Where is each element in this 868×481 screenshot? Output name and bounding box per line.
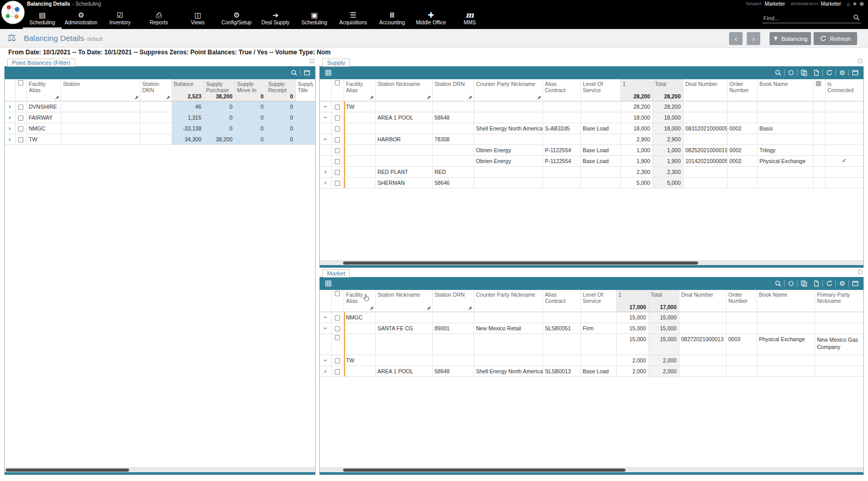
col-facility-alias[interactable]: Facility Alias [344,79,375,101]
nav-item-reports[interactable]: ⎙Reports [139,7,178,29]
table-row[interactable]: › AREA 1 POOL 58648 Shell Energy North A… [320,366,863,376]
horizontal-scrollbar[interactable] [320,260,863,265]
row-checkbox[interactable] [335,369,340,374]
pin-icon[interactable] [537,95,542,100]
col-alias-contract[interactable]: Alias Contract [543,290,580,312]
nav-item-config-setup[interactable]: ⚙Config/Setup [217,7,256,29]
search-icon[interactable] [772,66,784,79]
select-all-checkbox[interactable] [331,79,344,101]
scrollbar-thumb[interactable] [6,469,129,472]
circle-icon[interactable] [785,277,797,290]
row-checkbox[interactable] [335,126,340,132]
scrollbar-thumb[interactable] [343,469,625,472]
col-supply-receipt[interactable]: Supply Receipt0 [266,79,295,101]
table-row[interactable]: › DVNSHIRE 46 0 0 0 [5,101,315,112]
table-row[interactable]: › TW 34,300 38,200 0 0 [5,134,315,144]
col-supply-move-in[interactable]: Supply Move In0 [235,79,266,101]
col-total[interactable]: Total17,000 [648,290,679,312]
col-counter-party[interactable]: Counter Party Nickname [474,79,543,101]
search-icon[interactable] [288,66,300,79]
export-icon[interactable] [810,277,822,290]
nav-item-scheduling-2[interactable]: ▣Scheduling [295,7,334,29]
expand-chevron[interactable]: › [9,137,11,142]
nav-item-acquisitions[interactable]: ☰Acquisitions [334,7,373,29]
pin-icon[interactable] [426,95,431,100]
search-icon[interactable] [853,14,860,21]
col-day-1[interactable]: 128,200 [620,79,652,101]
balancing-button[interactable]: Balancing [770,32,811,45]
tenant-value[interactable]: Marketer [764,1,785,7]
pin-icon[interactable] [134,95,139,100]
window-icon[interactable] [301,66,313,79]
col-counter-party[interactable]: Counter Party Nickname [474,290,543,312]
col-station-nickname[interactable]: Station Nickname [375,290,432,312]
expand-chevron[interactable]: › [9,115,11,120]
row-checkbox[interactable] [335,137,340,142]
refresh-icon[interactable] [823,66,835,79]
circle-icon[interactable] [785,66,797,79]
nav-item-middle-office[interactable]: ✚Middle Office [411,7,450,29]
collapse-chevron[interactable]: › [323,327,328,329]
collapse-chevron[interactable]: › [323,105,328,107]
table-row[interactable]: 15,000 15,000 08272021000013 0003 Physic… [320,333,863,355]
table-row[interactable]: › TW 28,200 28,200 [320,101,863,112]
pin-icon[interactable] [468,306,473,311]
pin-icon[interactable] [166,95,170,100]
row-checkbox[interactable] [335,358,340,363]
row-checkbox[interactable] [18,137,23,142]
nav-item-deal-supply[interactable]: ➔Deal Supply [256,7,295,29]
app-logo[interactable] [1,1,25,24]
col-deal-number[interactable]: Deal Number [679,290,726,312]
next-button[interactable]: › [747,32,760,45]
expand-chevron[interactable]: › [324,180,326,185]
select-all-checkbox[interactable] [15,79,26,101]
table-row[interactable]: › SHERMAN 58646 5,000 5,000 [320,177,863,188]
nav-item-accounting[interactable]: ⅢAccounting [373,7,411,29]
nav-item-mms[interactable]: mMMS [450,7,489,29]
col-supply-purchase[interactable]: Supply Purchase38,200 [204,79,235,101]
settings-icon[interactable]: ⚙ [836,66,848,79]
col-station[interactable]: Station [61,79,140,101]
collapse-chevron[interactable]: › [323,138,328,140]
table-row[interactable]: › TW 2,000 2,000 [320,355,863,366]
expand-chevron[interactable]: › [9,126,11,131]
expand-chevron[interactable]: › [9,104,11,109]
refresh-icon[interactable] [823,277,835,290]
table-row[interactable]: › FAIRWAY 1,315 0 0 0 [5,112,315,123]
copy-icon[interactable] [798,277,810,290]
prev-button[interactable]: ‹ [729,32,743,45]
pin-icon[interactable] [468,95,473,100]
logout-icon[interactable]: ⊗ [860,1,864,7]
row-checkbox[interactable] [18,105,23,110]
row-checkbox[interactable] [335,159,340,164]
panel-expand-icon[interactable] [858,270,862,274]
pin-icon[interactable] [369,95,374,100]
table-row[interactable]: Obrien Energy P-1122554 Base Load 1,000 … [320,144,863,155]
row-checkbox[interactable] [335,181,340,186]
search-icon[interactable] [772,277,784,290]
settings-icon[interactable]: ⚙ [836,277,848,290]
col-primary-party[interactable]: Primary Party Nickname [815,290,863,312]
collapse-chevron[interactable]: › [323,316,328,318]
home-icon[interactable]: ⌂ [847,1,850,7]
select-all-checkbox[interactable] [331,290,344,312]
col-order-number[interactable]: Order Number [727,79,757,101]
panel-expand-icon[interactable] [858,59,862,63]
col-alias-contract[interactable]: Alias Contract [543,79,580,101]
col-total[interactable]: Total28,200 [652,79,683,101]
pin-icon[interactable] [369,306,374,311]
col-supply-title[interactable]: Supply Title [295,79,315,101]
col-is-connected[interactable]: Is Connected [825,79,863,101]
panel-expand-icon[interactable] [310,59,314,63]
copy-icon[interactable] [798,66,810,79]
col-book-name[interactable]: Book Name [757,290,815,312]
col-level-of-service[interactable]: Level Of Service [580,290,616,312]
row-checkbox[interactable] [335,315,340,320]
nav-item-views[interactable]: ◫Views [178,7,217,29]
column-chooser-icon[interactable] [813,79,825,101]
table-row[interactable]: › HARBOR 78308 2,900 2,900 [320,134,863,144]
col-book-name[interactable]: Book Name [757,79,813,101]
horizontal-scrollbar[interactable] [5,468,315,472]
scrollbar-thumb[interactable] [343,261,698,265]
pin-icon[interactable] [55,95,60,100]
